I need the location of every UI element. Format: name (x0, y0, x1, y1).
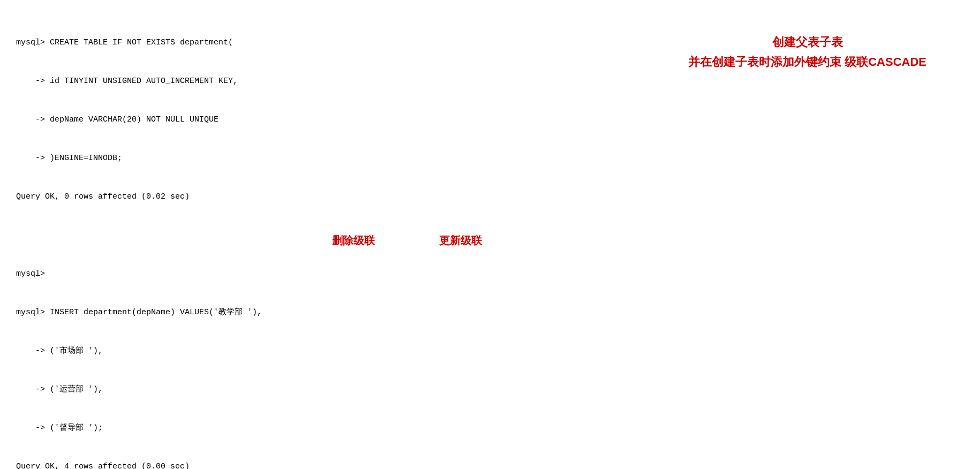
terminal-line: -> ('市场部 '), (16, 345, 964, 358)
terminal-line (16, 229, 964, 242)
terminal-output: mysql> CREATE TABLE IF NOT EXISTS depart… (16, 11, 964, 469)
cascade-labels: 删除级联 更新级联 (332, 233, 482, 248)
terminal-line: -> id TINYINT UNSIGNED AUTO_INCREMENT KE… (16, 75, 964, 88)
terminal-line: -> )ENGINE=INNODB; (16, 152, 964, 165)
terminal-line: Query OK, 0 rows affected (0.02 sec) (16, 191, 964, 203)
annotation-line2: 并在创建子表时添加外键约束 级联CASCADE (688, 52, 926, 72)
top-annotation: 创建父表子表 并在创建子表时添加外键约束 级联CASCADE (688, 32, 926, 72)
update-cascade-label: 更新级联 (439, 233, 482, 248)
delete-cascade-label: 删除级联 (332, 233, 375, 248)
terminal-line: mysql> (16, 268, 964, 281)
terminal-line: -> ('督导部 '); (16, 422, 964, 435)
terminal-line: -> depName VARCHAR(20) NOT NULL UNIQUE (16, 114, 964, 126)
terminal-line: -> ('运营部 '), (16, 383, 964, 396)
annotation-line1: 创建父表子表 (688, 32, 926, 52)
terminal-line: mysql> INSERT department(depName) VALUES… (16, 306, 964, 319)
terminal-line: Query OK, 4 rows affected (0.00 sec) (16, 460, 964, 469)
